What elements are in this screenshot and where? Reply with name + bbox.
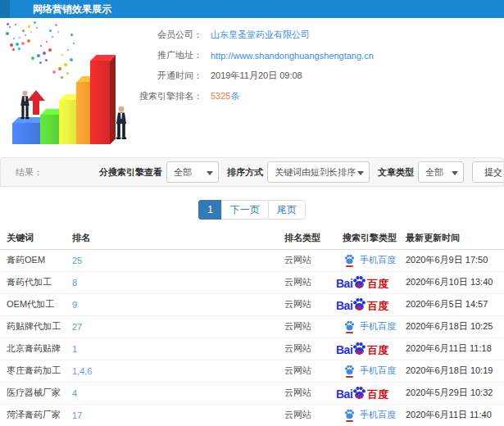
rank-cell: 1,4,6 — [66, 360, 283, 382]
baidu-logo-bai-text: Bai — [336, 344, 352, 356]
confetti-dot — [40, 45, 42, 47]
rank-value-link[interactable]: 1 — [72, 344, 77, 354]
confetti-dot — [64, 63, 67, 66]
chevron-down-icon — [452, 171, 458, 175]
rank-type-cell: 云网站 — [283, 360, 336, 382]
rank-value-link[interactable]: 1,4,6 — [72, 366, 92, 376]
promo-url-link[interactable]: http://www.shandonghuangshengtang.cn — [211, 51, 374, 61]
confetti-dot — [16, 43, 19, 46]
confetti-dot — [27, 39, 30, 43]
info-row-url: 推广地址： http://www.shandonghuangshengtang.… — [127, 45, 374, 66]
company-link[interactable]: 山东皇圣堂药业有限公司 — [211, 29, 310, 41]
engine-type-cell: Baidu百度 — [336, 382, 404, 404]
rank-type-cell: 云网站 — [283, 382, 336, 404]
article-type-select[interactable]: 全部 — [418, 161, 464, 183]
table-row: 枣庄膏药加工1,4,6云网站手机百度2020年6月18日 10:19 — [0, 360, 504, 382]
confetti-dot — [9, 26, 11, 28]
updated-time-cell: 2020年5月29日 10:32 — [404, 382, 504, 404]
baidu-logo: Baidu百度 — [336, 275, 388, 289]
updated-time-cell: 2020年6月10日 13:40 — [404, 271, 504, 293]
updated-time-cell: 2020年6月5日 14:57 — [404, 293, 504, 315]
rank-value-link[interactable]: 17 — [72, 410, 82, 420]
mobile-baidu-label: 手机百度 — [360, 409, 396, 421]
rank-cell: 9 — [66, 293, 283, 315]
baidu-du-text: du — [356, 305, 363, 310]
confetti-dot — [7, 23, 9, 25]
engine-type-cell: 手机百度 — [336, 249, 404, 271]
pagination: 1 下一页 尾页 — [0, 200, 504, 220]
mobile-baidu-paw-icon — [344, 320, 356, 333]
rank-value-link[interactable]: 9 — [72, 300, 77, 310]
rank-value-link[interactable]: 8 — [72, 278, 77, 288]
mobile-baidu-label: 手机百度 — [360, 320, 396, 333]
baidu-cn-text: 百度 — [367, 301, 388, 311]
rank-value-link[interactable]: 25 — [72, 256, 82, 265]
updated-time-cell: 2020年6月18日 10:25 — [404, 315, 504, 338]
baidu-logo: Baidu百度 — [336, 386, 388, 400]
last-page-button[interactable]: 尾页 — [268, 200, 306, 220]
column-header: 排名 — [66, 228, 283, 249]
page-title: 网络营销效果展示 — [33, 3, 111, 15]
keyword-cell: 膏药代加工 — [0, 271, 66, 293]
rank-cell: 25 — [66, 249, 283, 271]
engine-filter-value: 全部 — [174, 167, 192, 177]
ranking-count-label: 搜索引擎排名： — [127, 90, 202, 102]
keyword-cell: 膏药OEM — [0, 249, 66, 271]
confetti-dot — [19, 37, 20, 39]
rank-cell: 8 — [66, 271, 283, 293]
sort-filter-label: 排序方式 — [227, 166, 263, 179]
table-row: 膏药OEM25云网站手机百度2020年6月9日 17:50 — [0, 249, 504, 271]
rank-type-cell: 云网站 — [283, 293, 336, 315]
confetti-dot — [48, 48, 52, 52]
baidu-du-text: du — [356, 349, 363, 355]
rank-cell: 1 — [66, 338, 283, 360]
baidu-paw-icon: du — [352, 297, 366, 311]
engine-filter-select[interactable]: 全部 — [166, 161, 219, 183]
chevron-down-icon — [357, 171, 364, 175]
sort-filter-select[interactable]: 关键词由短到长排序 — [267, 161, 370, 183]
mobile-baidu-paw-icon — [344, 254, 356, 267]
titlebar-accent — [0, 0, 10, 18]
baidu-logo: Baidu百度 — [336, 297, 388, 311]
keyword-cell: 北京膏药贴牌 — [0, 338, 66, 360]
confetti-dot — [21, 42, 25, 45]
confetti-dot — [13, 38, 15, 39]
column-header: 最新更新时间 — [404, 228, 504, 249]
mobile-baidu-label: 手机百度 — [360, 254, 396, 266]
rank-cell: 4 — [66, 382, 283, 404]
ranking-count-suffix[interactable]: 条 — [230, 91, 239, 101]
confetti-dot — [46, 41, 48, 43]
filter-bar: 结果： 分搜索引擎查看 全部 排序方式 关键词由短到长排序 文章类型 全部 提交 — [0, 157, 504, 187]
confetti-dot — [70, 58, 73, 61]
baidu-logo-bai-text: Bai — [336, 300, 352, 311]
baidu-logo: Baidu百度 — [336, 342, 388, 356]
info-row-opened: 开通时间： 2019年11月20日 09:08 — [127, 66, 374, 86]
rank-type-cell: 云网站 — [283, 315, 336, 338]
next-page-button[interactable]: 下一页 — [221, 200, 269, 220]
mobile-baidu-underline — [346, 265, 353, 267]
rank-value-link[interactable]: 27 — [72, 322, 82, 332]
confetti-dot — [70, 34, 73, 36]
mobile-baidu-badge: 手机百度 — [344, 365, 396, 378]
submit-button[interactable]: 提交 — [472, 161, 504, 183]
table-row: 北京膏药贴牌1云网站Baidu百度2020年6月11日 11:18 — [0, 338, 504, 360]
table-row: 医疗器械厂家4云网站Baidu百度2020年5月29日 10:32 — [0, 382, 504, 404]
baidu-du-text: du — [356, 393, 363, 399]
rank-type-cell: 云网站 — [283, 404, 336, 426]
table-row: OEM代加工9云网站Baidu百度2020年6月5日 14:57 — [0, 293, 504, 315]
column-header: 搜索引擎类型 — [336, 228, 404, 249]
mobile-baidu-underline — [346, 420, 353, 422]
confetti-dot — [57, 31, 59, 33]
mobile-baidu-underline — [346, 376, 353, 378]
column-header: 排名类型 — [283, 228, 336, 249]
rank-value-link[interactable]: 4 — [72, 388, 77, 398]
mobile-baidu-badge: 手机百度 — [344, 254, 396, 267]
open-time-label: 开通时间： — [127, 70, 202, 82]
page-1-button[interactable]: 1 — [198, 200, 222, 220]
ranking-count-value[interactable]: 5325条 — [211, 90, 239, 102]
confetti-dot — [36, 27, 38, 29]
mobile-baidu-badge: 手机百度 — [344, 409, 396, 422]
keyword-cell: 医疗器械厂家 — [0, 382, 66, 404]
info-row-ranking-count: 搜索引擎排名： 5325条 — [127, 86, 374, 106]
ranking-count-number[interactable]: 5325 — [211, 91, 230, 101]
